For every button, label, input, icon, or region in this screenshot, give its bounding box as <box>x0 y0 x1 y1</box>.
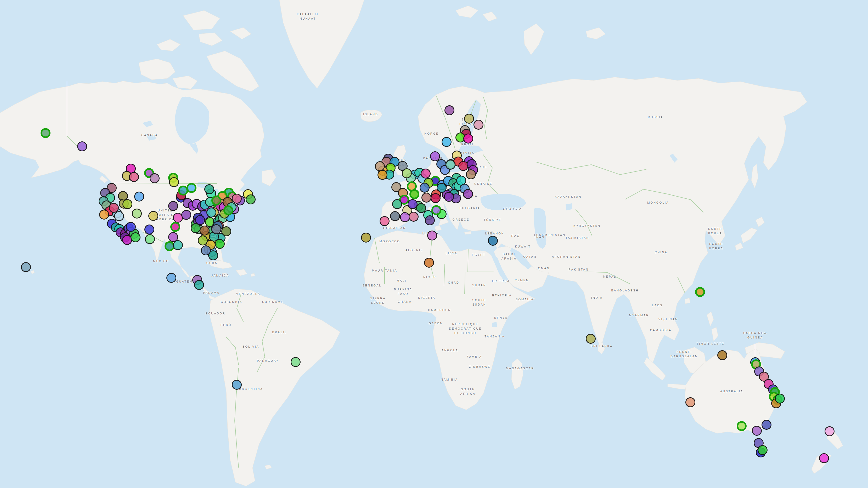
map-marker[interactable] <box>204 184 214 194</box>
map-marker[interactable] <box>173 240 183 250</box>
map-marker[interactable] <box>380 216 390 226</box>
map-marker[interactable] <box>685 397 695 407</box>
map-marker[interactable] <box>466 169 476 179</box>
map-marker[interactable] <box>442 137 452 147</box>
map-marker[interactable] <box>207 207 216 218</box>
map-marker[interactable] <box>232 194 242 204</box>
map-marker[interactable] <box>752 426 762 436</box>
map-marker[interactable] <box>199 226 210 235</box>
map-marker[interactable] <box>402 168 412 178</box>
map-marker[interactable] <box>444 192 454 202</box>
map-marker[interactable] <box>114 211 124 221</box>
map-marker[interactable] <box>109 203 119 213</box>
map-marker[interactable] <box>464 114 474 124</box>
map-marker[interactable] <box>445 160 456 170</box>
map-marker[interactable] <box>390 211 400 221</box>
map-marker[interactable] <box>775 394 785 403</box>
map-marker[interactable] <box>737 421 747 431</box>
map-marker[interactable] <box>168 201 178 211</box>
map-marker[interactable] <box>409 212 418 222</box>
map-marker[interactable] <box>246 194 256 204</box>
map-marker[interactable] <box>420 183 430 193</box>
map-marker[interactable] <box>194 280 204 290</box>
map-marker[interactable] <box>825 426 835 436</box>
map-marker[interactable] <box>819 453 829 463</box>
map-marker[interactable] <box>361 233 371 242</box>
map-marker[interactable] <box>425 216 435 225</box>
map-marker[interactable] <box>134 192 144 201</box>
map-marker[interactable] <box>122 199 132 209</box>
map-marker[interactable] <box>409 189 420 199</box>
map-marker[interactable] <box>99 209 109 220</box>
map-marker[interactable] <box>463 134 473 143</box>
map-marker[interactable] <box>145 225 154 234</box>
map-marker[interactable] <box>232 380 242 390</box>
map-marker[interactable] <box>166 273 176 283</box>
map-marker[interactable] <box>431 193 440 203</box>
map-marker[interactable] <box>291 357 301 367</box>
map-marker[interactable] <box>586 334 596 344</box>
map-marker[interactable] <box>129 172 139 182</box>
map-marker[interactable] <box>148 211 158 221</box>
map-marker[interactable] <box>762 420 772 430</box>
map-marker[interactable] <box>170 222 180 232</box>
map-marker[interactable] <box>130 232 141 242</box>
map-marker[interactable] <box>181 210 191 220</box>
map-marker[interactable] <box>422 193 431 202</box>
map-marker[interactable] <box>717 350 727 360</box>
point-markers-layer <box>0 0 868 488</box>
map-marker[interactable] <box>488 236 498 246</box>
map-marker[interactable] <box>132 208 142 219</box>
map-marker[interactable] <box>201 246 211 255</box>
map-marker[interactable] <box>473 120 484 130</box>
map-marker[interactable] <box>421 169 431 178</box>
map-marker[interactable] <box>211 196 221 205</box>
map-marker[interactable] <box>40 128 51 138</box>
map-marker[interactable] <box>211 224 221 234</box>
map-marker[interactable] <box>198 235 208 246</box>
map-marker[interactable] <box>392 199 402 209</box>
map-marker[interactable] <box>126 222 136 232</box>
map-marker[interactable] <box>77 141 87 151</box>
map-marker[interactable] <box>195 215 205 225</box>
map-marker[interactable] <box>150 173 160 183</box>
map-marker[interactable] <box>21 262 31 272</box>
map-canvas[interactable]: KALAALLIT NUNAATCANADARUSSIAÍSLANDNORGES… <box>0 0 868 488</box>
map-marker[interactable] <box>424 258 434 268</box>
map-marker[interactable] <box>427 231 437 240</box>
map-marker[interactable] <box>757 445 768 455</box>
map-marker[interactable] <box>145 234 155 244</box>
map-marker[interactable] <box>377 170 388 180</box>
map-marker[interactable] <box>223 205 234 216</box>
map-marker[interactable] <box>169 177 179 187</box>
map-marker[interactable] <box>431 205 441 215</box>
map-marker[interactable] <box>187 183 196 193</box>
map-marker[interactable] <box>463 189 473 199</box>
map-marker[interactable] <box>444 105 455 115</box>
map-marker[interactable] <box>695 287 705 297</box>
